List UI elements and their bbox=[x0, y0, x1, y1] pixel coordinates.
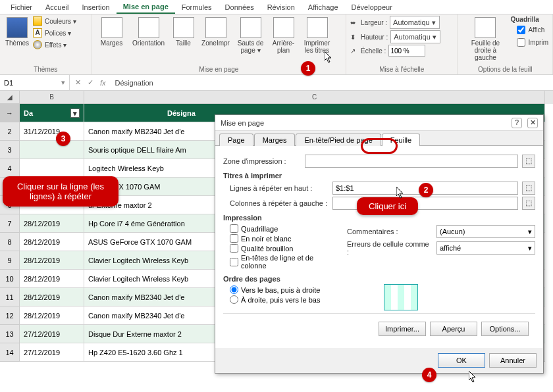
order-preview-icon bbox=[384, 284, 418, 310]
row-header[interactable]: 7 bbox=[0, 214, 20, 233]
cancel-icon[interactable]: ✕ bbox=[75, 78, 81, 87]
cell-date[interactable]: 27/12/2019 bbox=[20, 343, 84, 362]
dialog-title: Mise en page bbox=[221, 119, 512, 127]
row-header[interactable]: 4 bbox=[0, 159, 20, 178]
order-across-radio[interactable]: À droite, puis vers le bas bbox=[230, 295, 375, 304]
cell-date[interactable]: 31/12/2019 bbox=[20, 122, 84, 141]
row-header[interactable]: 12 bbox=[0, 306, 20, 325]
tab-formules[interactable]: Formules bbox=[175, 1, 219, 13]
tab-mise-en-page[interactable]: Mise en page bbox=[117, 1, 175, 14]
width-label: Largeur : bbox=[361, 19, 387, 26]
print-area-input[interactable] bbox=[305, 155, 518, 168]
dlg-tab-header[interactable]: En-tête/Pied de page bbox=[296, 134, 381, 146]
group-sheetopts-label: Options de la feuill bbox=[461, 64, 548, 74]
size-button[interactable]: Taille bbox=[170, 16, 198, 48]
close-icon[interactable]: ✕ bbox=[527, 118, 538, 128]
select-all-corner[interactable]: ◢ bbox=[0, 91, 20, 104]
comments-label: Commentaires : bbox=[347, 228, 433, 235]
cell-date[interactable]: 28/12/2019 bbox=[20, 214, 84, 233]
cell-date[interactable]: 28/12/2019 bbox=[20, 233, 84, 251]
name-box[interactable]: D1▾ bbox=[0, 75, 70, 90]
print-grid-check[interactable]: Imprim bbox=[517, 38, 548, 47]
draft-check[interactable]: Qualité brouillon bbox=[230, 244, 338, 253]
row-header[interactable]: 9 bbox=[0, 251, 20, 270]
headings-check[interactable]: En-têtes de ligne et de colonne bbox=[230, 254, 338, 270]
cursor-icon-2 bbox=[396, 187, 404, 199]
tab-accueil[interactable]: Accueil bbox=[39, 1, 75, 13]
fx-icon[interactable]: fx bbox=[100, 79, 106, 87]
badge-4: 4 bbox=[422, 368, 436, 382]
preview-button[interactable]: Aperçu bbox=[430, 322, 477, 336]
dlg-tab-feuille[interactable]: Feuille bbox=[382, 134, 420, 146]
themes-button[interactable]: Thèmes bbox=[4, 16, 30, 48]
badge-1: 1 bbox=[301, 61, 315, 76]
cancel-button[interactable]: Annuler bbox=[489, 353, 537, 368]
fonts-button[interactable]: APolices ▾ bbox=[32, 28, 78, 38]
cell-date[interactable]: 28/12/2019 bbox=[20, 288, 84, 306]
dlg-tab-marges[interactable]: Marges bbox=[254, 134, 296, 146]
cell-date[interactable]: 27/12/2019 bbox=[20, 325, 84, 343]
range-btn-rows[interactable]: ⬚ bbox=[522, 182, 535, 195]
row-header[interactable]: 10 bbox=[0, 270, 20, 288]
cell-date[interactable]: 28/12/2019 bbox=[20, 251, 84, 270]
filter-icon[interactable]: ▾ bbox=[70, 109, 80, 118]
rtl-button[interactable]: Feuille de droite à gauche bbox=[461, 16, 509, 62]
row-header[interactable]: 14 bbox=[0, 343, 20, 362]
ok-button[interactable]: OK bbox=[438, 353, 485, 368]
row-header[interactable]: 2 bbox=[0, 122, 20, 141]
errors-select[interactable]: affiché▾ bbox=[436, 241, 535, 255]
row-header[interactable]: 13 bbox=[0, 325, 20, 343]
ribbon: Thèmes Couleurs ▾ APolices ▾ Effets ▾ Th… bbox=[0, 14, 553, 75]
cell-date[interactable]: 28/12/2019 bbox=[20, 270, 84, 288]
badge-2: 2 bbox=[419, 183, 433, 197]
cell-date[interactable] bbox=[20, 141, 84, 159]
tab-affichage[interactable]: Affichage bbox=[302, 1, 345, 13]
group-scale-label: Mise à l'échelle bbox=[350, 64, 453, 74]
cursor-icon-3 bbox=[469, 371, 477, 383]
breaks-button[interactable]: Sauts de page ▾ bbox=[234, 16, 267, 55]
help-icon[interactable]: ? bbox=[512, 118, 522, 128]
comments-select[interactable]: (Aucun)▾ bbox=[436, 225, 535, 238]
orientation-button[interactable]: Orientation bbox=[129, 16, 169, 48]
confirm-icon[interactable]: ✓ bbox=[88, 78, 93, 87]
effects-button[interactable]: Effets ▾ bbox=[32, 39, 78, 50]
scale-input[interactable] bbox=[388, 45, 425, 57]
print-titles-button[interactable]: Imprimer les titres bbox=[300, 16, 334, 55]
gridlines-check[interactable]: Quadrillage bbox=[230, 224, 338, 233]
height-select[interactable]: Automatiqu ▾ bbox=[390, 30, 440, 43]
colors-button[interactable]: Couleurs ▾ bbox=[32, 16, 78, 26]
row-header-1[interactable]: → bbox=[0, 104, 20, 122]
rows-repeat-label: Lignes à répéter en haut : bbox=[230, 184, 329, 192]
callout-click-here: Cliquer ici bbox=[357, 197, 418, 215]
callout-click-row: Cliquer sur la ligne (les lignes) à répé… bbox=[3, 176, 118, 207]
tab-developpeur[interactable]: Développeur bbox=[345, 1, 399, 13]
printarea-button[interactable]: ZoneImpr bbox=[199, 16, 233, 48]
row-header[interactable]: 3 bbox=[0, 141, 20, 159]
header-date[interactable]: Da▾ bbox=[20, 104, 84, 122]
row-header[interactable]: 8 bbox=[0, 233, 20, 251]
blackwhite-check[interactable]: En noir et blanc bbox=[230, 234, 338, 243]
range-btn-zone[interactable]: ⬚ bbox=[522, 155, 535, 168]
print-button[interactable]: Imprimer... bbox=[379, 322, 426, 336]
options-button[interactable]: Options... bbox=[481, 322, 529, 336]
width-select[interactable]: Automatiqu ▾ bbox=[390, 16, 440, 29]
range-btn-cols[interactable]: ⬚ bbox=[522, 197, 535, 210]
tab-insertion[interactable]: Insertion bbox=[75, 1, 116, 13]
tab-revision[interactable]: Révision bbox=[261, 1, 302, 13]
cell-date[interactable]: 28/12/2019 bbox=[20, 306, 84, 325]
cell-date[interactable] bbox=[20, 159, 84, 178]
order-down-radio[interactable]: Vers le bas, puis à droite bbox=[230, 285, 375, 294]
formula-input[interactable]: Désignation bbox=[111, 79, 553, 87]
background-button[interactable]: Arrière-plan bbox=[269, 16, 299, 55]
margins-button[interactable]: Marges bbox=[96, 16, 128, 48]
col-C-header[interactable]: C bbox=[84, 91, 545, 104]
tab-donnees[interactable]: Données bbox=[219, 1, 261, 13]
col-B-header[interactable]: B bbox=[20, 91, 84, 104]
dlg-tab-page[interactable]: Page bbox=[219, 134, 253, 146]
ribbon-tabs: Fichier Accueil Insertion Mise en page F… bbox=[0, 0, 553, 14]
height-label: Hauteur : bbox=[361, 34, 388, 41]
row-header[interactable]: 11 bbox=[0, 288, 20, 306]
tab-fichier[interactable]: Fichier bbox=[4, 1, 39, 13]
page-setup-dialog: Mise en page ? ✕ Page Marges En-tête/Pie… bbox=[215, 114, 544, 374]
show-grid-check[interactable]: Affich bbox=[517, 26, 548, 34]
